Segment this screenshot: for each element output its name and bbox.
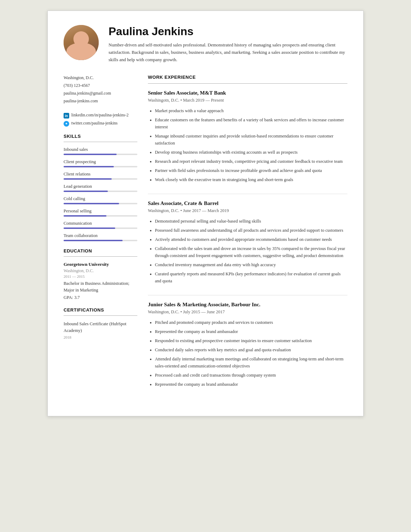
job-entry: Senior Sales Associate, M&T Bank Washing… (148, 90, 347, 183)
bullet-item: Curated quarterly reports and measured K… (155, 270, 347, 284)
bullet-item: Work closely with the executive team in … (155, 176, 347, 183)
job-meta: Washingotn, D.C. • March 2019 — Present (148, 98, 347, 103)
resume-document: Paulina Jenkins Number-driven and self-m… (47, 11, 364, 416)
skill-item: Lead generation (64, 184, 137, 192)
bullet-item: Collaborated with the sales team and dro… (155, 245, 347, 259)
skill-item: Inbound sales (64, 147, 137, 155)
skill-item: Client prospecting (64, 159, 137, 167)
job-meta: Washington, D.C. • July 2015 — June 2017 (148, 309, 347, 315)
bullet-item: Actively attended to customers and provi… (155, 236, 347, 243)
contact-section: Washington, D.C. (703) 123-4567 paulina.… (64, 75, 137, 104)
job-title: Sales Associate, Crate & Barrel (148, 200, 347, 206)
job-divider (148, 295, 347, 295)
job-title: Junior Sales & Marketing Associate, Barb… (148, 302, 347, 308)
skill-name: Cold calling (64, 196, 137, 201)
job-bullets: Market products with a value approachEdu… (148, 107, 347, 183)
job-meta: Washington, D.C. • June 2017 — March 201… (148, 208, 347, 213)
skill-bar-fill (64, 166, 114, 167)
contact-email: paulina.jenkins@gmail.com (64, 90, 137, 96)
bullet-item: Processed cash and credit card transacti… (155, 372, 347, 379)
job-entry: Junior Sales & Marketing Associate, Barb… (148, 295, 347, 388)
jobs-list: Senior Sales Associate, M&T Bank Washing… (148, 90, 347, 388)
bullet-item: Research and report relevant industry tr… (155, 158, 347, 165)
skill-bar-fill (64, 215, 106, 217)
work-title: WORK EXPERIENCE (148, 75, 347, 80)
skill-bar-fill (64, 154, 117, 155)
bullet-item: Partner with field sales professionals t… (155, 167, 347, 174)
skill-bar-bg (64, 178, 137, 180)
header-section: Paulina Jenkins Number-driven and self-m… (64, 25, 347, 63)
skill-bar-fill (64, 178, 112, 180)
twitter-item: ✦ twitter.com/paulina-jenkins (64, 121, 137, 127)
twitter-url: twitter.com/paulina-jenkins (71, 121, 118, 126)
skill-item: Client relations (64, 172, 137, 180)
bullet-item: Demonstrated personal selling and value-… (155, 218, 347, 225)
certifications-list: Inbound Sales Certificate (HubSpot Acade… (64, 321, 137, 340)
edu-gpa: GPA: 3.7 (64, 295, 137, 300)
bullet-item: Educate customers on the features and be… (155, 116, 347, 130)
skill-name: Team collaboration (64, 233, 137, 238)
skill-bar-bg (64, 166, 137, 167)
skill-bar-bg (64, 203, 137, 204)
bullet-item: Attended daily internal marketing team m… (155, 355, 347, 370)
skill-item: Team collaboration (64, 233, 137, 241)
skill-bar-bg (64, 215, 137, 217)
skill-name: Personal selling (64, 209, 137, 214)
skill-bar-bg (64, 154, 137, 155)
bullet-item: Represented the company as brand ambassa… (155, 328, 347, 335)
edu-degree: Bachelor in Business Administration; Maj… (64, 280, 137, 294)
contact-location: Washington, D.C. (64, 75, 137, 81)
bullet-item: Manage inbound customer inquiries and pr… (155, 133, 347, 147)
header-text: Paulina Jenkins Number-driven and self-m… (109, 25, 347, 63)
job-bullets: Pitched and promoted company products an… (148, 319, 347, 388)
cert-name: Inbound Sales Certificate (HubSpot Acade… (64, 321, 137, 334)
education-section: Georgetown University Washington, D.C. 2… (64, 262, 137, 300)
edu-school: Georgetown University (64, 262, 137, 267)
left-column: Washington, D.C. (703) 123-4567 paulina.… (64, 75, 137, 398)
skill-bar-fill (64, 227, 115, 229)
linkedin-url: linkedin.com/in/paulina-jenkins-2 (71, 113, 129, 118)
skill-name: Client relations (64, 172, 137, 177)
skills-list: Inbound sales Client prospecting Client … (64, 147, 137, 241)
education-divider (64, 256, 137, 257)
edu-location: Washington, D.C. (64, 268, 137, 274)
body-layout: Washington, D.C. (703) 123-4567 paulina.… (64, 75, 347, 398)
bullet-item: Conducted inventory management and data … (155, 261, 347, 268)
job-divider (148, 194, 347, 194)
bullet-item: Represented the company as brand ambassa… (155, 381, 347, 388)
job-title: Senior Sales Associate, M&T Bank (148, 90, 347, 96)
skill-bar-bg (64, 191, 137, 192)
contact-phone: (703) 123-4567 (64, 82, 137, 89)
skill-bar-fill (64, 191, 108, 192)
skills-title: SKILLS (64, 134, 137, 139)
contact-website: paulina-jenkins.com (64, 98, 137, 104)
linkedin-item: in linkedin.com/in/paulina-jenkins-2 (64, 113, 137, 118)
skill-bar-bg (64, 227, 137, 229)
skill-bar-fill (64, 240, 123, 241)
skill-name: Communication (64, 221, 137, 226)
twitter-icon: ✦ (64, 121, 69, 127)
skill-item: Communication (64, 221, 137, 229)
edu-years: 2011 — 2015 (64, 274, 137, 278)
bullet-item: Possessed full awareness and understandi… (155, 227, 347, 234)
skill-bar-bg (64, 240, 137, 241)
candidate-name: Paulina Jenkins (109, 25, 347, 38)
job-entry: Sales Associate, Crate & Barrel Washingt… (148, 194, 347, 284)
skill-bar-fill (64, 203, 119, 204)
bullet-item: Market products with a value approach (155, 107, 347, 114)
education-title: EDUCATION (64, 248, 137, 254)
bullet-item: Pitched and promoted company products an… (155, 319, 347, 326)
cert-year: 2018 (64, 335, 137, 339)
work-divider (148, 83, 347, 84)
bullet-item: Responded to existing and prospective cu… (155, 337, 347, 344)
cert-item: Inbound Sales Certificate (HubSpot Acade… (64, 321, 137, 340)
bullet-item: Develop strong business relationships wi… (155, 149, 347, 156)
candidate-summary: Number-driven and self-motivated sales p… (109, 41, 347, 63)
skill-item: Cold calling (64, 196, 137, 204)
skill-name: Inbound sales (64, 147, 137, 152)
certifications-title: CERTIFICATIONS (64, 307, 137, 313)
skill-name: Lead generation (64, 184, 137, 189)
skills-divider (64, 142, 137, 142)
bullet-item: Conducted daily sales reports with key m… (155, 346, 347, 353)
certifications-divider (64, 315, 137, 316)
